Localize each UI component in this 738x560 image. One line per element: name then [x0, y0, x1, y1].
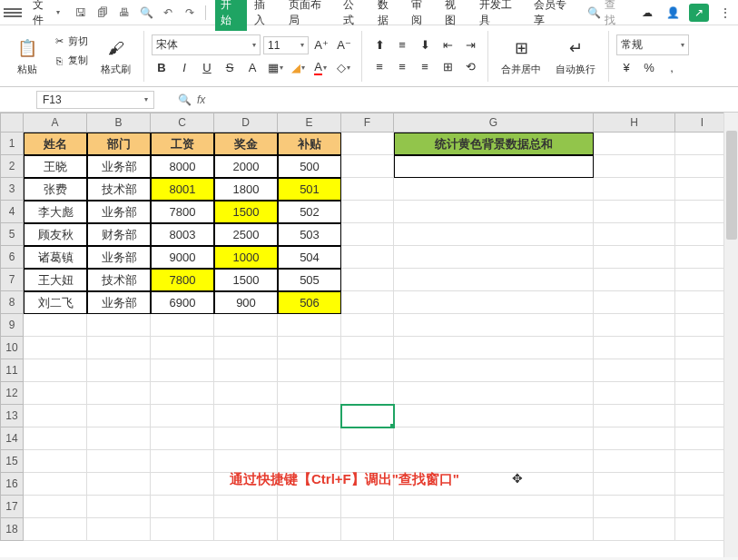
row-header-3[interactable]: 3 [0, 178, 24, 201]
cell-D8[interactable]: 900 [214, 291, 278, 314]
cell-B3[interactable]: 技术部 [87, 178, 151, 201]
currency-button[interactable]: ¥ [616, 57, 636, 77]
cell-E9[interactable] [278, 314, 341, 337]
cell-I6[interactable] [675, 246, 730, 269]
cell-E1[interactable]: 补贴 [278, 133, 341, 155]
cell-D2[interactable]: 2000 [214, 155, 278, 178]
cell-D17[interactable] [214, 496, 278, 518]
cell-D14[interactable] [214, 427, 278, 450]
cell-H12[interactable] [594, 382, 675, 405]
cell-H16[interactable] [594, 473, 675, 496]
cell-B5[interactable]: 财务部 [87, 223, 151, 246]
format-painter-button[interactable]: 🖌 格式刷 [95, 34, 136, 78]
cell-H13[interactable] [594, 405, 675, 427]
cell-H14[interactable] [594, 427, 675, 450]
number-format-select[interactable]: 常规▾ [616, 34, 689, 55]
cell-A14[interactable] [24, 427, 87, 450]
increase-font-button[interactable]: A⁺ [311, 35, 331, 55]
cell-A11[interactable] [24, 359, 87, 382]
cell-C12[interactable] [151, 382, 214, 405]
cell-H9[interactable] [594, 314, 675, 337]
cell-F12[interactable] [341, 382, 394, 405]
cell-E17[interactable] [278, 496, 341, 518]
cell-B4[interactable]: 业务部 [87, 201, 151, 223]
cell-G15[interactable] [394, 450, 594, 473]
col-header-I[interactable]: I [675, 113, 730, 133]
cell-A9[interactable] [24, 314, 87, 337]
cell-H18[interactable] [594, 518, 675, 541]
cell-C3[interactable]: 8001 [151, 178, 214, 201]
cell-F14[interactable] [341, 427, 394, 450]
cloud-icon[interactable]: ☁ [638, 4, 656, 22]
cell-E3[interactable]: 501 [278, 178, 341, 201]
cell-E15[interactable] [278, 450, 341, 473]
cell-E2[interactable]: 500 [278, 155, 341, 178]
cell-F17[interactable] [341, 496, 394, 518]
col-header-C[interactable]: C [151, 113, 214, 133]
cell-A6[interactable]: 诸葛镇 [24, 246, 87, 269]
row-header-7[interactable]: 7 [0, 269, 24, 291]
tab-会员专享[interactable]: 会员专享 [528, 0, 582, 31]
align-middle-button[interactable]: ≡ [392, 35, 412, 55]
align-right-button[interactable]: ≡ [415, 57, 435, 77]
col-header-D[interactable]: D [214, 113, 278, 133]
bold-button[interactable]: B [152, 57, 172, 77]
cell-A16[interactable] [24, 473, 87, 496]
cell-I3[interactable] [675, 178, 730, 201]
row-header-16[interactable]: 16 [0, 473, 24, 496]
user-icon[interactable]: 👤 [664, 4, 682, 22]
cell-C18[interactable] [151, 518, 214, 541]
cell-B11[interactable] [87, 359, 151, 382]
cell-G9[interactable] [394, 314, 594, 337]
search-fn-icon[interactable]: 🔍 [178, 93, 192, 106]
cell-G18[interactable] [394, 518, 594, 541]
cell-I8[interactable] [675, 291, 730, 314]
cell-H8[interactable] [594, 291, 675, 314]
cell-B18[interactable] [87, 518, 151, 541]
cell-I7[interactable] [675, 269, 730, 291]
cell-C4[interactable]: 7800 [151, 201, 214, 223]
cell-I1[interactable] [675, 133, 730, 155]
cell-B12[interactable] [87, 382, 151, 405]
cell-A18[interactable] [24, 518, 87, 541]
cell-F6[interactable] [341, 246, 394, 269]
cell-C9[interactable] [151, 314, 214, 337]
orientation-button[interactable]: ⟲ [460, 57, 480, 77]
cell-I10[interactable] [675, 337, 730, 359]
strike-button[interactable]: S [220, 57, 240, 77]
undo-icon[interactable]: ↶ [160, 5, 176, 21]
cell-B15[interactable] [87, 450, 151, 473]
cell-F4[interactable] [341, 201, 394, 223]
more-icon[interactable]: ⋮ [716, 4, 734, 22]
cell-E4[interactable]: 502 [278, 201, 341, 223]
tab-插入[interactable]: 插入 [249, 0, 280, 31]
cell-C15[interactable] [151, 450, 214, 473]
cell-I9[interactable] [675, 314, 730, 337]
copy-button[interactable]: ⎘复制 [49, 53, 92, 68]
cell-E5[interactable]: 503 [278, 223, 341, 246]
cell-D10[interactable] [214, 337, 278, 359]
cell-I18[interactable] [675, 518, 730, 541]
cell-F9[interactable] [341, 314, 394, 337]
cell-C10[interactable] [151, 337, 214, 359]
cell-A3[interactable]: 张费 [24, 178, 87, 201]
row-header-5[interactable]: 5 [0, 223, 24, 246]
save-as-icon[interactable]: 🗐 [94, 5, 111, 21]
cell-G14[interactable] [394, 427, 594, 450]
col-header-G[interactable]: G [394, 113, 594, 133]
cell-F7[interactable] [341, 269, 394, 291]
cell-A2[interactable]: 王晓 [24, 155, 87, 178]
row-header-12[interactable]: 12 [0, 382, 24, 405]
tab-开发工具[interactable]: 开发工具 [474, 0, 527, 31]
cell-A15[interactable] [24, 450, 87, 473]
cell-E18[interactable] [278, 518, 341, 541]
indent-left-button[interactable]: ⇤ [438, 35, 458, 55]
cell-F11[interactable] [341, 359, 394, 382]
cell-F5[interactable] [341, 223, 394, 246]
cell-H7[interactable] [594, 269, 675, 291]
cell-I14[interactable] [675, 427, 730, 450]
col-header-F[interactable]: F [341, 113, 394, 133]
vertical-scrollbar[interactable] [723, 113, 738, 557]
border-button[interactable]: ▦▾ [265, 57, 285, 77]
cell-E11[interactable] [278, 359, 341, 382]
